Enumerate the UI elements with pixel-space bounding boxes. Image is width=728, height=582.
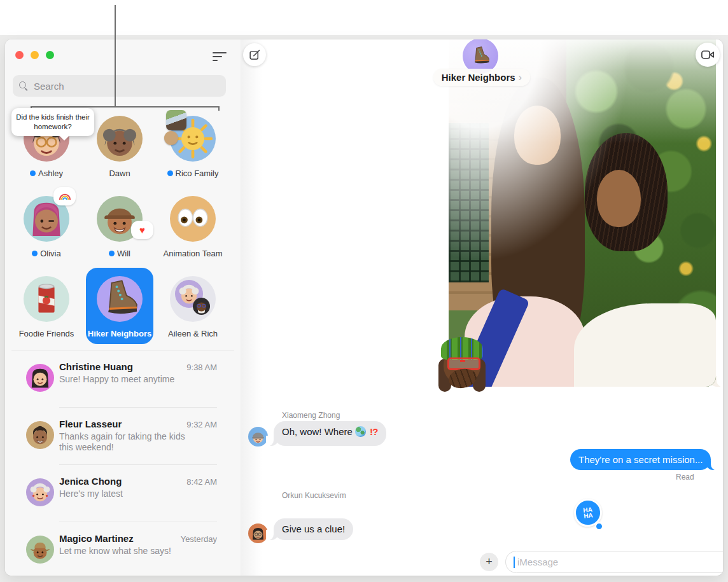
pin-label: Aileen & Rich: [158, 329, 228, 338]
read-receipt: Read: [676, 473, 694, 482]
group-member-thumbnail: [164, 131, 178, 145]
unread-dot: [167, 170, 173, 176]
divider: [11, 350, 234, 350]
top-fade-overlay: [449, 39, 716, 387]
conversation-row-jenica-chong[interactable]: Jenica Chong 8:42 AM Here's my latest: [5, 476, 241, 532]
zoom-window-button[interactable]: [46, 51, 54, 59]
conversation-row-fleur-lasseur[interactable]: Fleur Lasseur 9:32 AM Thanks again for t…: [5, 419, 241, 475]
pin-hiker-neighbors[interactable]: Hiker Neighbors: [85, 276, 155, 338]
conversation-title-button[interactable]: Hiker Neighbors ›: [433, 69, 531, 86]
memoji-sticker-helmet[interactable]: [436, 336, 488, 396]
divider: [59, 407, 217, 408]
chat-pane: Hiker Neighbors › Xiaomeng Zhong: [241, 39, 723, 576]
conversation-name: Fleur Lasseur: [59, 419, 122, 429]
avatar-animation-team: [170, 196, 216, 242]
conversation-time: Yesterday: [181, 534, 217, 544]
outgoing-message-bubble[interactable]: They're on a secret mission...: [570, 449, 711, 470]
memoji-xiaomeng-icon: [248, 427, 268, 447]
callout-tooltip: Did the kids finish their homework?: [11, 108, 94, 136]
search-field[interactable]: [13, 75, 226, 97]
pin-label: Hiker Neighbors: [85, 329, 155, 338]
message-text: Oh, wow! Where: [282, 426, 353, 437]
facetime-button[interactable]: [696, 43, 720, 67]
rainbow-icon: [58, 192, 72, 200]
pin-dawn[interactable]: Dawn: [85, 116, 155, 178]
globe-emoji-icon: [355, 426, 366, 437]
haha-text-2: HA: [584, 512, 593, 519]
hiking-boot-icon: [97, 276, 143, 322]
memoji-christine-icon: [26, 364, 54, 392]
memoji-rich-icon: [193, 298, 210, 315]
avatar-christine-huang: [26, 364, 54, 392]
chevron-right-icon: ›: [519, 72, 522, 83]
avatar-foodie-friends: [24, 276, 69, 322]
message-input[interactable]: [516, 556, 723, 568]
photo-message[interactable]: [449, 39, 716, 387]
filters-icon[interactable]: [213, 50, 229, 62]
pin-aileen-rich[interactable]: Aileen & Rich: [158, 276, 228, 338]
pin-olivia[interactable]: Olivia: [11, 196, 81, 258]
avatar-magico-martinez: [26, 536, 54, 564]
text-caret: [514, 557, 515, 568]
conversation-row-christine-huang[interactable]: Christine Huang 9:38 AM Sure! Happy to m…: [5, 361, 241, 417]
avatar-hiker-neighbors: [97, 276, 143, 322]
conversation-time: 9:38 AM: [186, 363, 217, 372]
divider: [59, 464, 217, 465]
avatar-orkun-kucuksevim: [248, 523, 268, 543]
conversation-name: Magico Martinez: [59, 533, 134, 544]
close-window-button[interactable]: [15, 51, 24, 59]
tomato-can-icon: [24, 276, 69, 322]
heart-icon: ♥: [139, 225, 145, 235]
callout-line: [115, 5, 116, 107]
conversation-preview: Let me know what she says!: [59, 546, 193, 557]
pin-label: Ashley: [11, 169, 81, 178]
conversation-row-magico-martinez[interactable]: Magico Martinez Yesterday Let me know wh…: [5, 533, 241, 576]
minimize-window-button[interactable]: [31, 51, 39, 59]
memoji-fleur-icon: [26, 421, 54, 449]
avatar-olivia: [24, 196, 69, 242]
compose-icon: [249, 49, 261, 61]
unread-dot: [109, 251, 115, 256]
avatar-fleur-lasseur: [26, 421, 54, 449]
pin-label: Animation Team: [158, 249, 228, 258]
haha-sticker[interactable]: HA HA: [574, 499, 602, 528]
avatar-dawn: [97, 116, 143, 162]
message-input-field[interactable]: [505, 551, 723, 573]
message-text: They're on a secret mission...: [578, 454, 703, 465]
unread-dot: [32, 251, 38, 256]
interrobang-emoji: !?: [370, 426, 378, 437]
memoji-orkun-icon: [248, 523, 268, 543]
heart-badge: ♥: [131, 221, 153, 239]
message-sender: Orkun Kucuksevim: [282, 491, 346, 500]
memoji-dawn-icon: [97, 116, 143, 162]
video-camera-icon: [701, 50, 715, 59]
pin-label: Foodie Friends: [11, 329, 81, 338]
photo-of-two-hikers: [449, 39, 716, 387]
pin-rico-family[interactable]: Rico Family: [158, 116, 228, 178]
conversation-preview: Sure! Happy to meet anytime: [59, 374, 193, 385]
search-icon: [19, 81, 28, 90]
avatar-will: ♥: [97, 196, 143, 242]
pin-label: Dawn: [85, 169, 155, 178]
message-text: Give us a clue!: [282, 523, 345, 534]
pin-animation-team[interactable]: Animation Team: [158, 196, 228, 258]
avatar-rico-family: [170, 116, 216, 162]
apps-plus-button[interactable]: +: [480, 553, 498, 571]
memoji-jenica-icon: [26, 478, 54, 506]
pin-will[interactable]: ♥ Will: [85, 196, 155, 258]
conversation-time: 8:42 AM: [186, 477, 217, 487]
new-message-button[interactable]: [243, 43, 266, 66]
glasses-bridge: [460, 360, 465, 362]
conversation-time: 9:32 AM: [186, 420, 217, 429]
pin-foodie-friends[interactable]: Foodie Friends: [11, 276, 81, 338]
incoming-message-bubble[interactable]: Give us a clue!: [274, 518, 353, 540]
incoming-message-bubble[interactable]: Oh, wow! Where!?: [274, 421, 386, 446]
search-input[interactable]: [32, 80, 220, 92]
conversation-preview: Thanks again for taking the kids this we…: [59, 431, 193, 453]
pin-label: Will: [85, 249, 155, 258]
pin-label: Rico Family: [158, 169, 228, 178]
conversation-header: Hiker Neighbors ›: [241, 69, 723, 86]
haha-tail-dot: [595, 522, 603, 530]
conversation-name: Jenica Chong: [59, 476, 122, 487]
avatar-xiaomeng-zhong: [248, 427, 268, 447]
